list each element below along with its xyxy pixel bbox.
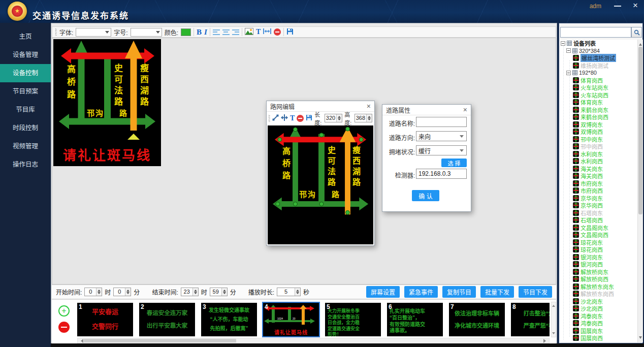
spinner-arrows[interactable] bbox=[96, 288, 102, 296]
thumbnail-vscrollbar[interactable] bbox=[551, 302, 556, 337]
delete-icon[interactable] bbox=[274, 28, 281, 36]
program-thumbnail[interactable]: 4 1024 20 请礼让斑马线 bbox=[263, 303, 319, 336]
end-hour-input[interactable]: 23 bbox=[181, 288, 199, 296]
road-tool-icon[interactable] bbox=[281, 114, 288, 122]
tree-device-item[interactable]: 石塔岗西 bbox=[560, 216, 637, 224]
height-input[interactable]: 368 bbox=[355, 114, 372, 122]
program-thumbnail[interactable]: 8打击整治“炸严查严惩“机 bbox=[511, 303, 550, 336]
tree-device-item[interactable]: 解放桥岗西 bbox=[560, 275, 637, 283]
scrollbar-thumb[interactable] bbox=[638, 47, 642, 214]
align-center-icon[interactable] bbox=[222, 29, 230, 35]
program-thumbnail[interactable]: 2春运安全连万家出行平安靠大家 bbox=[139, 303, 195, 336]
bold-icon[interactable]: B bbox=[197, 28, 202, 37]
sidebar-item[interactable]: 操作日志 bbox=[0, 155, 51, 174]
length-input[interactable]: 320 bbox=[325, 114, 342, 122]
tree-device-item[interactable]: 市府岗东 bbox=[560, 180, 637, 187]
spinner-arrows[interactable] bbox=[295, 288, 300, 296]
tree-device-item[interactable]: 银河岗西 bbox=[560, 261, 637, 268]
tree-device-item[interactable]: 解放桥东岗西 bbox=[560, 290, 637, 298]
expander-icon[interactable] bbox=[561, 41, 565, 46]
action-button[interactable]: 复制节目 bbox=[442, 286, 476, 298]
tree-device-item[interactable]: 沙北岗东 bbox=[560, 298, 637, 305]
road-name-input[interactable] bbox=[416, 117, 467, 127]
tree-group[interactable]: 320*384 bbox=[560, 47, 637, 55]
tree-device-item[interactable]: 邗中岗西 bbox=[560, 143, 637, 150]
tree-device-item[interactable]: 体育岗西 bbox=[560, 77, 637, 84]
tree-device-item[interactable]: 银河岗东 bbox=[560, 254, 637, 261]
tree-root[interactable]: 设备列表 bbox=[560, 40, 637, 47]
sign-preview[interactable]: 高桥路 史可法路 瘦西湖路 邗沟 路 请礼让斑马线 bbox=[53, 39, 161, 166]
tree-device-item[interactable]: 水利岗西 bbox=[560, 157, 637, 165]
tree-device-item[interactable]: 琼花岗东 bbox=[560, 239, 637, 246]
tree-device-item[interactable]: 来鹤台岗东 bbox=[560, 106, 637, 114]
search-button[interactable] bbox=[631, 27, 642, 38]
tree-device-item[interactable]: 市府岗西 bbox=[560, 187, 637, 195]
tree-device-item[interactable]: 火车站岗东 bbox=[560, 84, 637, 91]
tree-device-item[interactable]: 沙北岗西 bbox=[560, 305, 637, 312]
device-tree-scrollbar[interactable] bbox=[637, 40, 643, 342]
program-thumbnail[interactable]: 1平安春运交警同行 bbox=[77, 303, 133, 336]
end-minute-input[interactable]: 59 bbox=[210, 288, 228, 296]
expander-icon[interactable] bbox=[566, 48, 571, 53]
dialog-titlebar[interactable]: 道路属性 × bbox=[382, 105, 471, 115]
action-button[interactable]: 批量下发 bbox=[480, 286, 514, 298]
action-button[interactable]: 屏幕设置 bbox=[366, 286, 400, 298]
line-tool-icon[interactable] bbox=[272, 114, 279, 122]
tree-device-item[interactable]: 解放桥东岗东 bbox=[560, 283, 637, 291]
tree-device-item[interactable]: 琼花岗西 bbox=[560, 246, 637, 254]
add-program-button[interactable]: + bbox=[58, 305, 70, 317]
tree-device-item[interactable]: 火车站岗西 bbox=[560, 91, 637, 99]
tree-device-item[interactable]: 国展岗东 bbox=[560, 327, 637, 335]
close-icon[interactable]: × bbox=[463, 106, 467, 113]
sidebar-item[interactable]: 设备管理 bbox=[0, 46, 51, 64]
close-icon[interactable]: × bbox=[633, 1, 638, 10]
tree-device-item[interactable]: 维扬岗测试 bbox=[560, 62, 637, 70]
align-right-icon[interactable] bbox=[232, 29, 239, 35]
spinner-arrows[interactable] bbox=[221, 288, 227, 296]
sidebar-item[interactable]: 设备控制 bbox=[0, 64, 51, 82]
tree-device-item[interactable]: 国展岗西 bbox=[560, 334, 637, 342]
sidebar-item[interactable]: 视频管理 bbox=[0, 137, 51, 155]
spinner-arrows[interactable] bbox=[336, 114, 342, 122]
align-left-icon[interactable] bbox=[213, 29, 220, 35]
spinner-arrows[interactable] bbox=[125, 288, 131, 296]
sidebar-item[interactable]: 节目库 bbox=[0, 101, 51, 119]
text-tool-icon[interactable]: T bbox=[290, 114, 295, 122]
delete-icon[interactable] bbox=[297, 115, 304, 122]
action-button[interactable]: 紧急事件 bbox=[404, 286, 438, 298]
road-direction-select[interactable]: 来向 bbox=[416, 131, 467, 141]
tree-device-item[interactable]: 双博岗东 bbox=[560, 121, 637, 129]
duration-input[interactable]: 5 bbox=[277, 288, 301, 296]
tree-device-item[interactable]: 海关岗东 bbox=[560, 165, 637, 173]
size-select[interactable] bbox=[131, 28, 162, 37]
tree-device-item[interactable]: 石塔岗东 bbox=[560, 209, 637, 217]
tree-device-item[interactable]: 京华岗西 bbox=[560, 202, 637, 209]
tree-device-item[interactable]: 邗中岗东 bbox=[560, 136, 637, 143]
program-thumbnail[interactable]: 5大力开展秋冬季交通安全整治百日会战，全力稳定道路交通安全形势！ bbox=[325, 303, 381, 336]
device-search-input[interactable] bbox=[560, 27, 631, 38]
tree-device-item[interactable]: 文昌阁岗东 bbox=[560, 224, 637, 232]
scrollbar-thumb[interactable] bbox=[84, 339, 236, 342]
confirm-button[interactable]: 确 认 bbox=[412, 190, 439, 201]
congestion-select[interactable]: 缓行 bbox=[416, 145, 467, 155]
tree-device-item[interactable]: 鸿泰岗东 bbox=[560, 312, 637, 320]
select-button[interactable]: 选 择 bbox=[441, 159, 467, 167]
toolbar-grip-icon[interactable] bbox=[269, 115, 270, 122]
fit-width-icon[interactable] bbox=[263, 28, 271, 36]
program-thumbnail[interactable]: 7依法治理非标车辆净化城市交通环境 bbox=[449, 303, 505, 336]
sidebar-item[interactable]: 节目预案 bbox=[0, 82, 51, 101]
close-icon[interactable]: × bbox=[367, 103, 371, 110]
sidebar-item[interactable]: 主页 bbox=[0, 27, 51, 46]
minimize-icon[interactable] bbox=[613, 2, 622, 9]
program-thumbnail[interactable]: 3发生轻微交通事故“人不伤，车能动先拍照，后撤离” bbox=[201, 303, 257, 336]
expander-icon[interactable] bbox=[566, 71, 571, 75]
insert-image-icon[interactable] bbox=[245, 28, 253, 37]
program-thumbnail[interactable]: 6扎实开展电动车“百日整治”，有效预防道路交通事故。 bbox=[387, 303, 443, 336]
tree-device-item[interactable]: 鸿泰岗西 bbox=[560, 320, 637, 327]
start-hour-input[interactable]: 0 bbox=[84, 288, 102, 296]
delete-program-button[interactable] bbox=[58, 322, 70, 333]
font-select[interactable] bbox=[76, 28, 111, 37]
save-icon[interactable] bbox=[286, 28, 294, 37]
italic-icon[interactable]: I bbox=[204, 28, 207, 37]
tree-group[interactable]: 192*80 bbox=[560, 69, 637, 77]
